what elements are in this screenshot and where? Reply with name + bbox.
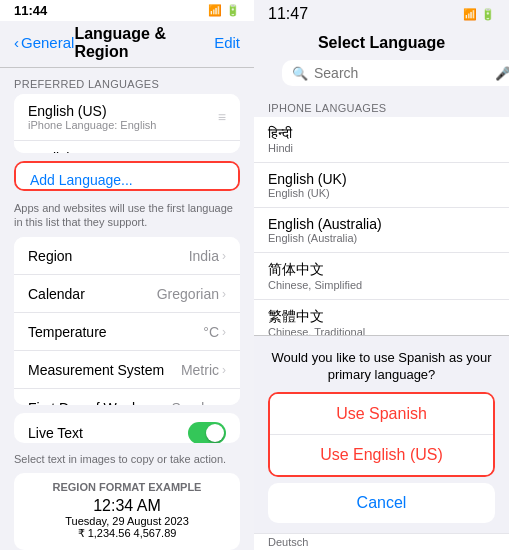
region-value: India › — [189, 248, 226, 264]
iphone-languages-header: IPHONE LANGUAGES — [254, 96, 509, 117]
list-item-hindi[interactable]: हिन्दी Hindi — [254, 117, 509, 163]
language-list: हिन्दी Hindi English (UK) English (UK) E… — [254, 117, 509, 335]
lang-sub-chinese-simplified: Chinese, Simplified — [268, 279, 495, 291]
search-input[interactable] — [314, 65, 489, 81]
add-language-label: Add Language... — [30, 172, 133, 188]
lang-sub-hindi: Hindi — [268, 142, 495, 154]
region-label: Region — [28, 248, 72, 264]
battery-icon: 🔋 — [226, 4, 240, 17]
cancel-button[interactable]: Cancel — [268, 483, 495, 523]
region-format-example: Region Format Example 12:34 AM Tuesday, … — [14, 473, 240, 550]
nav-bar-left: ‹ General Language & Region Edit — [0, 21, 254, 68]
live-text-note: Select text in images to copy or take ac… — [0, 451, 254, 473]
chevron-icon: › — [222, 325, 226, 339]
first-day-value: Sunday › — [172, 400, 226, 406]
lang-name-hindi: हिन्दी — [268, 125, 495, 142]
deutsch-item[interactable]: Deutsch — [254, 533, 509, 550]
calendar-label: Calendar — [28, 286, 85, 302]
calendar-row[interactable]: Calendar Gregorian › — [14, 275, 240, 313]
search-container: 🔍 🎤 Cancel — [268, 56, 495, 92]
preferred-languages-header: PREFERRED LANGUAGES — [0, 68, 254, 94]
chevron-left-icon: ‹ — [14, 34, 19, 51]
lang-main-english: English — [28, 150, 74, 154]
drag-handle-english: ≡ — [218, 150, 226, 154]
wifi-icon-right: 📶 — [463, 8, 477, 21]
time-left: 11:44 — [14, 3, 47, 18]
status-icons-right: 📶 🔋 — [463, 8, 495, 21]
lang-row-english-us[interactable]: English (US) iPhone Language: English ≡ — [14, 94, 240, 141]
regional-settings-group: Region India › Calendar Gregorian › Temp… — [14, 237, 240, 405]
live-text-label: Live Text — [28, 425, 83, 441]
chevron-icon: › — [222, 401, 226, 406]
list-item-chinese-simplified[interactable]: 简体中文 Chinese, Simplified — [254, 253, 509, 300]
live-text-toggle[interactable] — [188, 422, 226, 443]
calendar-value: Gregorian › — [157, 286, 226, 302]
measurement-row[interactable]: Measurement System Metric › — [14, 351, 240, 389]
region-format-nums: ₹ 1,234.56 4,567.89 — [28, 527, 226, 540]
time-right: 11:47 — [268, 5, 308, 23]
chevron-icon: › — [222, 363, 226, 377]
measurement-label: Measurement System — [28, 362, 164, 378]
dialog-overlay: Would you like to use Spanish as your pr… — [254, 335, 509, 533]
back-button[interactable]: ‹ General — [14, 34, 74, 51]
dialog-buttons: Use Spanish Use English (US) — [268, 392, 495, 477]
lang-sub-chinese-traditional: Chinese, Traditional — [268, 326, 495, 335]
lang-name-english-uk: English (UK) — [268, 171, 495, 187]
battery-icon-right: 🔋 — [481, 8, 495, 21]
use-english-button[interactable]: Use English (US) — [270, 435, 493, 475]
list-item-chinese-traditional[interactable]: 繁體中文 Chinese, Traditional — [254, 300, 509, 335]
first-day-label: First Day of Week — [28, 400, 139, 406]
status-icons-left: 📶 🔋 — [208, 4, 240, 17]
status-bar-left: 11:44 📶 🔋 — [0, 0, 254, 21]
search-icon: 🔍 — [292, 66, 308, 81]
page-title: Language & Region — [74, 25, 214, 61]
lang-row-english[interactable]: English ≡ — [14, 141, 240, 154]
lang-sub-english-au: English (Australia) — [268, 232, 495, 244]
back-label: General — [21, 34, 74, 51]
dialog-text: Would you like to use Spanish as your pr… — [268, 346, 495, 392]
live-text-row[interactable]: Live Text — [14, 413, 240, 443]
edit-button[interactable]: Edit — [214, 34, 240, 51]
right-panel: 11:47 📶 🔋 Select Language 🔍 🎤 Cancel IPH… — [254, 0, 509, 550]
lang-sub-english-uk: English (UK) — [268, 187, 495, 199]
languages-group: English (US) iPhone Language: English ≡ … — [14, 94, 240, 154]
chevron-icon: › — [222, 249, 226, 263]
temperature-row[interactable]: Temperature °C › — [14, 313, 240, 351]
lang-name-chinese-simplified: 简体中文 — [268, 261, 495, 279]
region-format-title: Region Format Example — [28, 481, 226, 493]
add-language-group: Add Language... — [14, 161, 240, 190]
status-bar-right: 11:47 📶 🔋 — [254, 0, 509, 28]
languages-note: Apps and websites will use the first lan… — [0, 199, 254, 238]
list-item-english-uk[interactable]: English (UK) English (UK) — [254, 163, 509, 208]
region-format-time: 12:34 AM — [28, 497, 226, 515]
lang-sub-english-us: iPhone Language: English — [28, 119, 156, 131]
temperature-label: Temperature — [28, 324, 107, 340]
wifi-icon: 📶 — [208, 4, 222, 17]
add-language-row[interactable]: Add Language... — [16, 163, 238, 190]
left-panel: 11:44 📶 🔋 ‹ General Language & Region Ed… — [0, 0, 254, 550]
modal-title: Select Language — [254, 28, 509, 56]
measurement-value: Metric › — [181, 362, 226, 378]
list-item-english-au[interactable]: English (Australia) English (Australia) — [254, 208, 509, 253]
lang-main-english-us: English (US) — [28, 103, 156, 119]
region-format-date: Tuesday, 29 August 2023 — [28, 515, 226, 527]
first-day-row[interactable]: First Day of Week Sunday › — [14, 389, 240, 405]
region-row[interactable]: Region India › — [14, 237, 240, 275]
search-bar[interactable]: 🔍 🎤 — [282, 60, 509, 86]
drag-handle-english-us: ≡ — [218, 109, 226, 125]
chevron-icon: › — [222, 287, 226, 301]
mic-icon: 🎤 — [495, 66, 509, 81]
lang-name-english-au: English (Australia) — [268, 216, 495, 232]
temperature-value: °C › — [203, 324, 226, 340]
live-text-group: Live Text — [14, 413, 240, 443]
lang-name-chinese-traditional: 繁體中文 — [268, 308, 495, 326]
use-spanish-button[interactable]: Use Spanish — [270, 394, 493, 435]
